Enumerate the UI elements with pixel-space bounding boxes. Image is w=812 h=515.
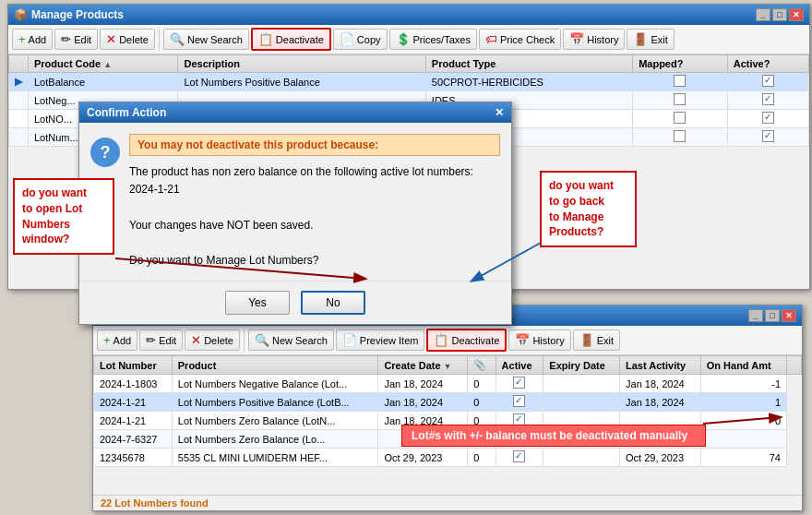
lot-active-checkbox[interactable]: [513, 395, 525, 407]
dialog-line-4: Do you want to Manage Lot Numbers?: [129, 252, 500, 269]
lot-number-cell: 12345678: [94, 449, 173, 467]
col-mapped[interactable]: Mapped?: [633, 55, 728, 73]
col-scroll: [787, 356, 802, 375]
history-icon: 📅: [569, 32, 584, 46]
active-checkbox[interactable]: [762, 112, 774, 124]
lot-deactivate-button[interactable]: 📋 Deactivate: [426, 329, 507, 352]
col-last-activity[interactable]: Last Activity: [620, 356, 701, 375]
lot-edit-icon: ✏: [146, 333, 156, 347]
confirm-dialog-title[interactable]: Confirm Action ✕: [79, 102, 511, 123]
dialog-buttons: Yes No: [79, 281, 511, 324]
col-lot-number[interactable]: Lot Number: [94, 356, 173, 375]
status-text: 22 Lot Numbers found: [101, 497, 209, 509]
active-checkbox[interactable]: [762, 75, 774, 87]
mapped-checkbox[interactable]: [674, 75, 686, 87]
minimize-btn[interactable]: _: [756, 8, 770, 21]
lot-active-checkbox[interactable]: [513, 377, 525, 389]
lot-number-cell: 2024-7-6327: [94, 430, 173, 449]
col-product-code[interactable]: Product Code ▲: [29, 55, 178, 73]
row-selector: ▶: [9, 73, 29, 91]
dialog-line-3: Your changes have NOT been saved.: [129, 217, 500, 234]
col-description[interactable]: Description: [178, 55, 425, 73]
mapped-checkbox[interactable]: [674, 130, 686, 142]
lot-last-activity-cell: Jan 18, 2024: [620, 393, 701, 412]
col-on-hand[interactable]: On Hand Amt: [700, 356, 786, 375]
lot-on-hand-cell: 0: [700, 412, 786, 430]
delete-button[interactable]: ✕ Delete: [100, 29, 155, 50]
price-check-button[interactable]: 🏷 Price Check: [479, 29, 561, 50]
lot-new-search-button[interactable]: 🔍 New Search: [248, 329, 334, 351]
dialog-text-area: You may not deactivate this product beca…: [129, 134, 500, 269]
lot-search-icon: 🔍: [255, 333, 269, 347]
mapped-checkbox[interactable]: [674, 112, 686, 124]
lot-deactivate-icon: 📋: [434, 333, 448, 347]
col-active[interactable]: Active?: [727, 55, 808, 73]
mapped-checkbox[interactable]: [674, 93, 686, 105]
add-button[interactable]: + Add: [12, 29, 53, 50]
exit-button[interactable]: 🚪 Exit: [627, 29, 674, 50]
status-bar: 22 Lot Numbers found: [93, 495, 802, 510]
deactivate-button[interactable]: 📋 Deactivate: [251, 28, 331, 51]
mapped-cell: [633, 110, 728, 128]
row-selector: [9, 110, 29, 128]
lot-history-icon: 📅: [515, 333, 530, 347]
col-attach[interactable]: 📎: [468, 356, 496, 375]
maximize-btn[interactable]: □: [772, 8, 787, 21]
exit-icon: 🚪: [633, 32, 648, 46]
lot-exit-icon: 🚪: [579, 333, 594, 347]
lot-product-cell: Lot Numbers Zero Balance (Lo...: [172, 430, 378, 449]
annotation-text: Lot#s with +/- balance must be deactivat…: [412, 429, 687, 442]
prices-taxes-button[interactable]: 💲 Prices/Taxes: [389, 29, 477, 50]
history-button[interactable]: 📅 History: [563, 29, 625, 50]
product-code-cell: LotBalance: [29, 73, 178, 91]
no-button[interactable]: No: [301, 291, 365, 315]
lot-annotation-banner: Lot#s with +/- balance must be deactivat…: [401, 425, 706, 447]
lot-preview-button[interactable]: 📄 Preview Item: [336, 329, 425, 351]
yes-button[interactable]: Yes: [225, 291, 290, 315]
lot-create-date-cell: Oct 29, 2023: [378, 449, 468, 467]
lot-history-button[interactable]: 📅 History: [508, 329, 570, 351]
lot-active-cell: [496, 449, 543, 467]
col-product[interactable]: Product: [172, 356, 378, 375]
active-checkbox[interactable]: [762, 130, 774, 142]
lot-active-cell: [496, 393, 543, 412]
new-search-button[interactable]: 🔍 New Search: [163, 29, 249, 50]
col-product-type[interactable]: Product Type: [425, 55, 632, 73]
lot-product-cell: Lot Numbers Negative Balance (Lot...: [172, 375, 378, 393]
dialog-body: The product has non zero balance on the …: [129, 163, 500, 269]
lot-delete-icon: ✕: [191, 333, 201, 347]
lot-numbers-window: 📋 Lot Numbers _ □ ✕ + Add ✏ Edit ✕ Delet…: [92, 305, 803, 511]
lot-minimize-btn[interactable]: _: [748, 309, 763, 322]
warning-title: You may not deactivate this product beca…: [129, 134, 500, 156]
dialog-close-icon[interactable]: ✕: [495, 106, 504, 119]
col-arrow: [9, 55, 29, 73]
lot-active-checkbox[interactable]: [513, 450, 525, 462]
table-row[interactable]: 2024-1-1803 Lot Numbers Negative Balance…: [94, 375, 802, 393]
close-btn[interactable]: ✕: [789, 8, 804, 21]
lot-create-date-cell: Jan 18, 2024: [378, 393, 468, 412]
lot-close-btn[interactable]: ✕: [782, 309, 796, 322]
table-row[interactable]: ▶ LotBalance Lot Numbers Positive Balanc…: [9, 73, 809, 91]
lot-maximize-btn[interactable]: □: [765, 309, 780, 322]
lot-expiry-cell: [543, 393, 620, 412]
lot-attach-cell: 0: [468, 449, 496, 467]
lot-delete-button[interactable]: ✕ Delete: [185, 329, 240, 351]
table-row[interactable]: 12345678 5535 CL MINI LUMIDERM HEF... Oc…: [94, 449, 802, 467]
active-checkbox[interactable]: [762, 93, 774, 105]
manage-products-title: Manage Products: [31, 8, 124, 21]
edit-button[interactable]: ✏ Edit: [54, 29, 98, 50]
lot-exit-button[interactable]: 🚪 Exit: [573, 329, 620, 351]
col-expiry[interactable]: Expiry Date: [543, 356, 620, 375]
col-create-date[interactable]: Create Date ▼: [378, 356, 468, 375]
table-row[interactable]: 2024-1-21 Lot Numbers Positive Balance (…: [94, 393, 802, 412]
row-selector: [9, 128, 29, 147]
active-cell: [727, 128, 808, 147]
manage-products-title-bar[interactable]: 📦 Manage Products _ □ ✕: [8, 5, 809, 25]
lot-add-button[interactable]: + Add: [97, 329, 137, 351]
callout-manage-text: do you wantto go backto ManageProducts?: [549, 179, 614, 238]
col-active[interactable]: Active: [496, 356, 543, 375]
lot-edit-button[interactable]: ✏ Edit: [139, 329, 183, 351]
copy-button[interactable]: 📄 Copy: [333, 29, 388, 50]
lot-number-cell: 2024-1-21: [94, 412, 173, 430]
copy-icon: 📄: [340, 32, 354, 46]
